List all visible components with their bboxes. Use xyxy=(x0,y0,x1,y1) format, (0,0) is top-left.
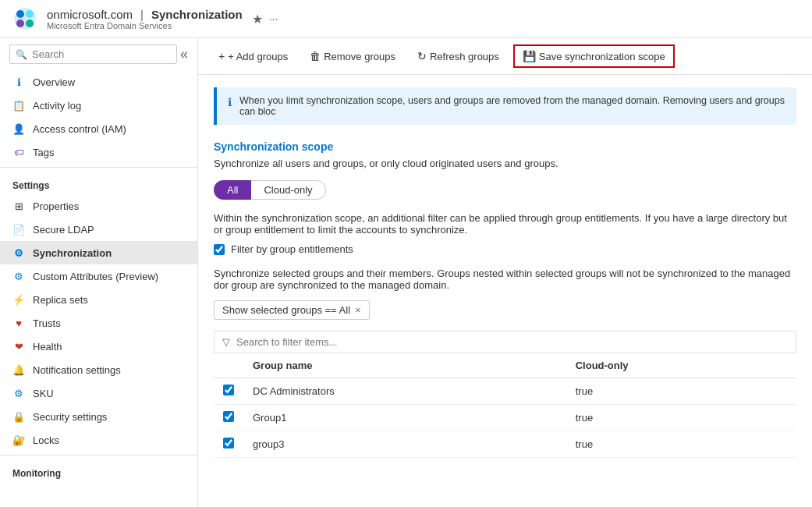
header-icons: ★ ··· xyxy=(252,12,278,27)
sidebar-item-security-settings[interactable]: 🔒 Security settings xyxy=(0,405,197,428)
sidebar-item-health[interactable]: ❤ Health xyxy=(0,335,197,358)
monitoring-section-label: Monitoring xyxy=(0,459,197,482)
sidebar-item-synchronization[interactable]: ⚙ Synchronization xyxy=(0,241,197,264)
app-logo xyxy=(12,6,37,31)
filter-tag: Show selected groups == All × xyxy=(214,300,370,320)
svg-point-2 xyxy=(26,10,34,18)
sidebar-item-locks-label: Locks xyxy=(33,434,59,446)
filter-tag-close-button[interactable]: × xyxy=(355,304,361,316)
secure-ldap-icon: 📄 xyxy=(12,223,25,236)
more-icon[interactable]: ··· xyxy=(269,12,278,25)
filter-checkbox-label: Filter by group entitlements xyxy=(231,243,353,255)
overview-icon: ℹ xyxy=(12,76,25,88)
star-icon[interactable]: ★ xyxy=(252,12,263,27)
header-subtitle: Microsoft Entra Domain Services xyxy=(47,21,243,30)
sidebar-item-tags[interactable]: 🏷 Tags xyxy=(0,140,197,164)
toggle-group: All Cloud-only xyxy=(214,180,796,200)
settings-section-label: Settings xyxy=(0,171,197,194)
row-group-name-1: Group1 xyxy=(243,405,566,431)
row-cloud-only-2: true xyxy=(566,431,796,458)
svg-point-1 xyxy=(16,10,24,18)
sidebar-item-replica-sets[interactable]: ⚡ Replica sets xyxy=(0,288,197,311)
content-area: + + Add groups 🗑 Remove groups ↻ Refresh… xyxy=(198,38,812,507)
table-header-group-name: Group name xyxy=(243,353,566,378)
security-settings-icon: 🔒 xyxy=(12,410,25,423)
svg-point-0 xyxy=(14,8,36,30)
save-scope-label: Save synchronization scope xyxy=(539,51,665,62)
filter-checkbox-area: Filter by group entitlements xyxy=(214,243,796,255)
separator: | xyxy=(140,8,144,21)
trusts-icon: ♥ xyxy=(12,317,25,329)
header-title: onmicrosoft.com | Synchronization xyxy=(47,8,243,21)
synchronization-icon: ⚙ xyxy=(12,246,25,259)
sidebar-item-activity-log[interactable]: 📋 Activity log xyxy=(0,94,197,117)
refresh-groups-label: Refresh groups xyxy=(430,51,499,62)
filter-search-input[interactable] xyxy=(236,336,788,348)
sidebar-item-properties-label: Properties xyxy=(33,200,79,212)
sidebar-item-notification-settings[interactable]: 🔔 Notification settings xyxy=(0,358,197,381)
save-scope-button[interactable]: 💾 Save synchronization scope xyxy=(513,44,675,68)
toggle-all-button[interactable]: All xyxy=(214,180,251,200)
info-banner-icon: ℹ xyxy=(228,96,232,108)
refresh-groups-button[interactable]: ↻ Refresh groups xyxy=(410,46,507,66)
add-groups-icon: + xyxy=(218,50,225,62)
page-name: Synchronization xyxy=(151,8,243,21)
sidebar-item-properties[interactable]: ⊞ Properties xyxy=(0,194,197,218)
table-row: group3 true xyxy=(214,431,796,458)
sidebar-item-locks[interactable]: 🔐 Locks xyxy=(0,428,197,452)
remove-groups-label: Remove groups xyxy=(324,51,395,62)
top-header: onmicrosoft.com | Synchronization Micros… xyxy=(0,0,812,38)
header-logo-area: onmicrosoft.com | Synchronization Micros… xyxy=(47,8,243,30)
filter-desc: Within the synchronization scope, an add… xyxy=(214,212,796,236)
row-checkbox-1[interactable] xyxy=(223,411,234,422)
sidebar-header-row: 🔍 « xyxy=(0,38,197,70)
refresh-groups-icon: ↻ xyxy=(417,50,427,62)
sidebar-item-secure-ldap[interactable]: 📄 Secure LDAP xyxy=(0,218,197,241)
collapse-sidebar-button[interactable]: « xyxy=(180,46,188,62)
sync-scope-title: Synchronization scope xyxy=(214,140,796,153)
filter-desc-text: Within the synchronization scope, an add… xyxy=(214,212,796,236)
info-banner-text: When you limit synchronization scope, us… xyxy=(239,95,785,117)
access-control-icon: 👤 xyxy=(12,122,25,135)
row-checkbox-2[interactable] xyxy=(223,438,234,448)
sync-scope-section: Synchronization scope Synchronize all us… xyxy=(214,140,796,458)
sidebar-item-custom-attributes[interactable]: ⚙ Custom Attributes (Preview) xyxy=(0,264,197,288)
table-header-checkbox-col xyxy=(214,353,243,378)
add-groups-button[interactable]: + + Add groups xyxy=(211,46,296,66)
filter-search-row: ▽ xyxy=(214,331,796,353)
filter-tag-label: Show selected groups == All xyxy=(222,304,350,316)
row-cloud-only-0: true xyxy=(566,378,796,405)
sidebar-item-overview-label: Overview xyxy=(33,76,75,88)
info-banner: ℹ When you limit synchronization scope, … xyxy=(214,87,796,125)
sidebar-item-secure-ldap-label: Secure LDAP xyxy=(33,224,94,236)
main-layout: 🔍 « ℹ Overview 📋 Activity log 👤 Access c… xyxy=(0,38,812,507)
tags-icon: 🏷 xyxy=(12,146,25,158)
notification-settings-icon: 🔔 xyxy=(12,363,25,376)
sidebar-item-access-control[interactable]: 👤 Access control (IAM) xyxy=(0,117,197,140)
health-icon: ❤ xyxy=(12,340,25,353)
properties-icon: ⊞ xyxy=(12,200,25,212)
save-scope-icon: 💾 xyxy=(523,50,536,62)
table-header-cloud-only: Cloud-only xyxy=(566,353,796,378)
remove-groups-button[interactable]: 🗑 Remove groups xyxy=(302,46,403,66)
sku-icon: ⚙ xyxy=(12,387,25,399)
sidebar-item-security-settings-label: Security settings xyxy=(33,411,107,423)
filter-checkbox[interactable] xyxy=(214,244,225,255)
add-groups-label: + Add groups xyxy=(228,51,288,62)
sync-groups-desc: Synchronize selected groups and their me… xyxy=(214,268,796,291)
activity-log-icon: 📋 xyxy=(12,99,25,112)
svg-point-4 xyxy=(26,20,34,27)
sidebar-item-overview[interactable]: ℹ Overview xyxy=(0,70,197,94)
toggle-cloud-button[interactable]: Cloud-only xyxy=(251,180,325,200)
sidebar-item-custom-attributes-label: Custom Attributes (Preview) xyxy=(33,271,158,282)
sidebar-item-sku-label: SKU xyxy=(33,388,54,399)
row-cloud-only-1: true xyxy=(566,405,796,431)
search-icon: 🔍 xyxy=(16,49,27,60)
sidebar-item-notification-settings-label: Notification settings xyxy=(33,364,121,376)
sidebar-item-sku[interactable]: ⚙ SKU xyxy=(0,381,197,405)
sidebar-item-replica-sets-label: Replica sets xyxy=(33,294,88,306)
sidebar-item-access-control-label: Access control (IAM) xyxy=(33,123,126,135)
row-checkbox-0[interactable] xyxy=(223,385,234,395)
search-input[interactable] xyxy=(9,44,177,64)
sidebar-item-trusts[interactable]: ♥ Trusts xyxy=(0,311,197,335)
